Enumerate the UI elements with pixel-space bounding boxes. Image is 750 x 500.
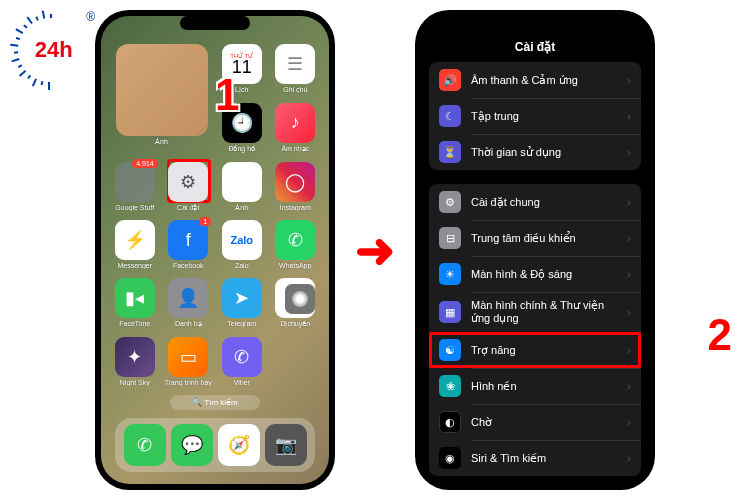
chevron-right-icon: ›: [627, 146, 631, 158]
app-messenger[interactable]: ⚡ Messenger: [111, 220, 159, 274]
settings-display[interactable]: ☀ Màn hình & Độ sáng ›: [429, 256, 641, 292]
photos-icon: ❀: [222, 162, 262, 202]
assistive-touch[interactable]: [285, 284, 315, 314]
settings-list[interactable]: 🔊 Âm thanh & Cảm ứng › ☾ Tập trung › ⏳ T…: [421, 62, 649, 484]
app-folder-google[interactable]: 4.914 Google Stuff: [111, 162, 159, 217]
chevron-right-icon: ›: [627, 452, 631, 464]
chevron-right-icon: ›: [627, 306, 631, 318]
badge: 1: [199, 217, 211, 226]
chevron-right-icon: ›: [627, 110, 631, 122]
widget-label: Ảnh: [155, 138, 168, 146]
app-viber[interactable]: ✆ Viber: [218, 337, 266, 391]
step-1-marker: 1: [215, 70, 239, 120]
keynote-icon: ▭: [168, 337, 208, 377]
wallpaper-icon: ❀: [439, 375, 461, 397]
homescreen-icon: ▦: [439, 301, 461, 323]
chevron-right-icon: ›: [627, 268, 631, 280]
zalo-icon: Zalo: [222, 220, 262, 260]
sound-icon: 🔊: [439, 69, 461, 91]
dock-camera[interactable]: 📷: [265, 424, 307, 466]
app-photos[interactable]: ❀ Ảnh: [218, 162, 266, 217]
widget-image: [116, 44, 208, 136]
accessibility-icon: ☯: [439, 339, 461, 361]
app-keynote[interactable]: ▭ Trang trình bày: [165, 337, 213, 391]
app-notes[interactable]: ☰ Ghi chú: [272, 44, 320, 99]
focus-icon: ☾: [439, 105, 461, 127]
app-music[interactable]: ♪ Âm nhạc: [272, 103, 320, 158]
messenger-icon: ⚡: [115, 220, 155, 260]
contacts-icon: 👤: [168, 278, 208, 318]
settings-general[interactable]: ⚙ Cài đặt chung ›: [429, 184, 641, 220]
logo-text: 24h: [35, 37, 73, 63]
controlcenter-icon: ⊟: [439, 227, 461, 249]
app-contacts[interactable]: 👤 Danh bạ: [165, 278, 213, 333]
dock: ✆ 💬 🧭 📷: [115, 418, 315, 472]
arrow-icon: ➜: [355, 222, 395, 278]
settings-focus[interactable]: ☾ Tập trung ›: [429, 98, 641, 134]
whatsapp-icon: ✆: [275, 220, 315, 260]
app-zalo[interactable]: Zalo Zalo: [218, 220, 266, 274]
settings-standby[interactable]: ◐ Chờ ›: [429, 404, 641, 440]
chevron-right-icon: ›: [627, 416, 631, 428]
logo-trademark: ®: [86, 10, 95, 24]
facebook-icon: f 1: [168, 220, 208, 260]
settings-icon: ⚙: [168, 162, 208, 202]
dock-phone[interactable]: ✆: [124, 424, 166, 466]
chevron-right-icon: ›: [627, 74, 631, 86]
music-icon: ♪: [275, 103, 315, 143]
phone-settings: Cài đặt 🔊 Âm thanh & Cảm ứng › ☾ Tập tru…: [415, 10, 655, 490]
chevron-right-icon: ›: [627, 380, 631, 392]
chevron-right-icon: ›: [627, 232, 631, 244]
app-instagram[interactable]: ◯ Instagram: [272, 162, 320, 217]
viber-icon: ✆: [222, 337, 262, 377]
app-telegram[interactable]: ➤ Telegram: [218, 278, 266, 333]
folder-icon: 4.914: [115, 162, 155, 202]
notes-icon: ☰: [275, 44, 315, 84]
nightsky-icon: ✦: [115, 337, 155, 377]
settings-group: ⚙ Cài đặt chung › ⊟ Trung tâm điều khiển…: [429, 184, 641, 476]
app-nightsky[interactable]: ✦ Night Sky: [111, 337, 159, 391]
app-settings[interactable]: ⚙ Cài đặt: [165, 162, 213, 217]
brand-logo: document.write(Array.from({length:16},(_…: [10, 10, 90, 90]
telegram-icon: ➤: [222, 278, 262, 318]
settings-accessibility[interactable]: ☯ Trợ năng ›: [429, 332, 641, 368]
dock-messages[interactable]: 💬: [171, 424, 213, 466]
screentime-icon: ⏳: [439, 141, 461, 163]
dock-safari[interactable]: 🧭: [218, 424, 260, 466]
phone-homescreen: Ảnh THỨ TƯ 11 Lịch ☰ Ghi chú 🕘 Đồng hồ: [95, 10, 335, 490]
settings-homescreen[interactable]: ▦ Màn hình chính & Thư viện ứng dụng ›: [429, 292, 641, 332]
app-facetime[interactable]: ▮◂ FaceTime: [111, 278, 159, 333]
siri-icon: ◉: [439, 447, 461, 469]
settings-group: 🔊 Âm thanh & Cảm ứng › ☾ Tập trung › ⏳ T…: [429, 62, 641, 170]
app-whatsapp[interactable]: ✆ WhatsApp: [272, 220, 320, 274]
settings-controlcenter[interactable]: ⊟ Trung tâm điều khiển ›: [429, 220, 641, 256]
brightness-icon: ☀: [439, 263, 461, 285]
standby-icon: ◐: [439, 411, 461, 433]
badge: 4.914: [132, 159, 158, 168]
chevron-right-icon: ›: [627, 344, 631, 356]
gear-icon: ⚙: [439, 191, 461, 213]
photos-widget[interactable]: Ảnh: [111, 44, 212, 158]
spotlight-search[interactable]: 🔍 Tìm kiếm: [170, 395, 260, 410]
step-2-marker: 2: [708, 310, 732, 360]
chevron-right-icon: ›: [627, 196, 631, 208]
settings-wallpaper[interactable]: ❀ Hình nền ›: [429, 368, 641, 404]
facetime-icon: ▮◂: [115, 278, 155, 318]
settings-screentime[interactable]: ⏳ Thời gian sử dụng ›: [429, 134, 641, 170]
notch: [180, 16, 250, 30]
settings-siri[interactable]: ◉ Siri & Tìm kiếm ›: [429, 440, 641, 476]
instagram-icon: ◯: [275, 162, 315, 202]
settings-sounds[interactable]: 🔊 Âm thanh & Cảm ứng ›: [429, 62, 641, 98]
app-facebook[interactable]: f 1 Facebook: [165, 220, 213, 274]
notch: [500, 16, 570, 30]
